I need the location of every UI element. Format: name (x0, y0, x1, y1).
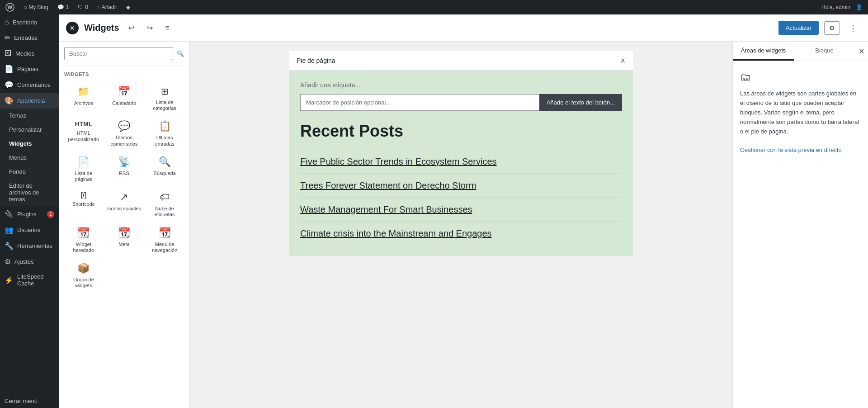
widget-rss[interactable]: 📡 RSS (105, 152, 144, 186)
calendario-icon: 📅 (118, 86, 130, 98)
meta-label: Meta (118, 242, 129, 247)
sidebar-item-herramientas[interactable]: 🔧 Herramientas (0, 238, 59, 254)
pages-icon: 📄 (5, 65, 14, 73)
settings-button[interactable]: ⚙ (824, 21, 840, 35)
archivos-icon: 📁 (77, 86, 90, 98)
lista-categorias-label: Lista de categorías (147, 100, 182, 111)
sidebar-item-widgets[interactable]: Widgets (0, 137, 59, 151)
menu-navegacion-label: Menú de navegación (147, 242, 182, 253)
widget-meta[interactable]: 📆 Meta (105, 223, 144, 257)
sidebar-item-comentarios[interactable]: 💬 Comentarios (0, 77, 59, 93)
diamond-topbar[interactable]: ◆ (124, 0, 132, 14)
busqueda-label: Búsqueda (153, 171, 176, 176)
sidebar-item-apariencia[interactable]: 🎨 Apariencia (0, 93, 59, 109)
litespeed-icon: ⚡ (5, 276, 14, 285)
tab-block[interactable]: Bloque (794, 42, 855, 61)
footer-widget-area: Pie de página ∧ Añadir una etiqueta... M… (289, 51, 633, 256)
post-link-3[interactable]: Waste Management For Smart Businesses (300, 198, 622, 222)
settings-gear-icon: ⚙ (829, 24, 835, 32)
widget-heredado[interactable]: 📆 Widget heredado (64, 223, 103, 257)
tab-areas-widgets[interactable]: Áreas de widgets (733, 42, 794, 61)
sidebar-item-close-menu[interactable]: Cerrar menú (0, 394, 59, 408)
sidebar-label-temas: Temas (9, 112, 26, 119)
comments-topbar[interactable]: 💬 1 (56, 0, 71, 14)
search-icon[interactable]: 🔍 (177, 50, 184, 57)
recent-posts-title: Recent Posts (300, 122, 622, 141)
comments-count-topbar[interactable]: 🗨 0 (76, 0, 90, 14)
footer-area-label: Pie de página (297, 57, 335, 64)
update-button[interactable]: Actualizar (778, 21, 819, 35)
sidebar-label-menus: Menús (9, 154, 27, 161)
widget-lista-paginas[interactable]: 📄 Lista de páginas (64, 152, 103, 186)
post-link-1[interactable]: Five Public Sector Trends in Ecosystem S… (300, 150, 622, 174)
widget-ultimas-entradas[interactable]: 📋 Últimas entradas (145, 117, 184, 150)
list-view-button[interactable]: ≡ (162, 22, 173, 34)
sidebar-item-escritorio[interactable]: ⌂ Escritorio (0, 14, 59, 30)
widget-busqueda[interactable]: 🔍 Búsqueda (145, 152, 184, 186)
sidebar-item-fondo[interactable]: Fondo (0, 165, 59, 179)
archivos-label: Archivos (74, 100, 93, 106)
widget-iconos-sociales[interactable]: ↗ Iconos sociales (105, 188, 144, 221)
add-label-area[interactable]: Añadir una etiqueta... (300, 81, 622, 89)
widget-grupo-widgets[interactable]: 📦 Grupo de widgets (64, 259, 103, 292)
sidebar-item-menus[interactable]: Menús (0, 151, 59, 165)
rss-icon: 📡 (118, 156, 130, 168)
sidebar-item-personalizar[interactable]: Personalizar (0, 123, 59, 137)
sidebar-item-ajustes[interactable]: ⚙ Ajustes (0, 254, 59, 270)
more-options-button[interactable]: ⋮ (845, 21, 861, 35)
widget-list: WIDGETS 📁 Archivos 📅 Calendario ⊞ (59, 66, 189, 408)
widget-menu-navegacion[interactable]: 📆 Menú de navegación (145, 223, 184, 257)
redo-icon: ↪ (147, 24, 153, 32)
post-link-2[interactable]: Trees Forever Statement on Derecho Storm (300, 174, 622, 198)
sidebar-item-litespeed[interactable]: ⚡ LiteSpeed Cache (0, 270, 59, 290)
widget-archivos[interactable]: 📁 Archivos (64, 82, 103, 115)
media-icon: 🖼 (5, 49, 12, 57)
widget-ultimos-comentarios[interactable]: 💬 Últimos comentarios (105, 117, 144, 150)
appearance-icon: 🎨 (5, 96, 14, 105)
wp-logo[interactable]: W (4, 0, 16, 14)
list-icon: ≡ (165, 24, 170, 32)
widget-nube-etiquetas[interactable]: 🏷 Nube de etiquetas (145, 188, 184, 221)
search-input[interactable] (64, 47, 173, 60)
search-input-placeholder[interactable]: Marcador de posición opcional... (300, 94, 539, 111)
sidebar-label-fondo: Fondo (9, 168, 26, 175)
widget-shortcode[interactable]: [/] Shortcode (64, 188, 103, 221)
widget-lista-categorias[interactable]: ⊞ Lista de categorías (145, 82, 184, 115)
ultimos-comentarios-label: Últimos comentarios (107, 135, 142, 147)
tools-icon: 🔧 (5, 242, 14, 250)
add-new-topbar[interactable]: + Añadir (95, 0, 119, 14)
avatar-topbar[interactable]: 👤 (854, 0, 864, 14)
widget-search-bar: 🔍 (59, 42, 189, 66)
widget-calendario[interactable]: 📅 Calendario (105, 82, 144, 115)
manage-live-preview-link[interactable]: Gestionar con la vista previa en directo (740, 147, 842, 153)
sidebar-item-entradas[interactable]: ✏ Entradas (0, 30, 59, 46)
sidebar-item-usuarios[interactable]: 👥 Usuarios (0, 222, 59, 238)
nube-etiquetas-label: Nube de etiquetas (147, 206, 182, 218)
hola-label: Hola, admin (821, 4, 850, 10)
post-link-4[interactable]: Climate crisis into the Mainstream and E… (300, 222, 622, 245)
sidebar-item-editor-archivos[interactable]: Editor de archivos de temas (0, 179, 59, 206)
sidebar-label-entradas: Entradas (14, 34, 38, 41)
sidebar-item-medios[interactable]: 🖼 Medios (0, 46, 59, 61)
right-panel-content: 🗂 Las áreas de widgets son partes global… (733, 61, 868, 162)
right-panel-close-button[interactable]: ✕ (855, 43, 868, 59)
svg-text:W: W (8, 5, 13, 10)
lista-categorias-icon: ⊞ (161, 86, 169, 97)
undo-button[interactable]: ↩ (125, 22, 138, 34)
sidebar-item-plugins[interactable]: 🔌 Plugins 1 (0, 206, 59, 222)
meta-icon: 📆 (118, 227, 130, 239)
site-name[interactable]: ⌂ My Blog (22, 0, 50, 14)
search-button-area[interactable]: Añade el texto del botón... (539, 94, 622, 111)
chevron-up-icon[interactable]: ∧ (620, 56, 626, 65)
sidebar-item-paginas[interactable]: 📄 Páginas (0, 61, 59, 77)
widget-html-personalizado[interactable]: HTML HTML personalizado (64, 117, 103, 150)
sidebar-label-medios: Medios (15, 50, 34, 57)
sidebar-label-escritorio: Escritorio (13, 19, 37, 26)
sidebar-item-temas[interactable]: Temas (0, 109, 59, 123)
page-title: Widgets (84, 23, 119, 33)
iconos-sociales-label: Iconos sociales (107, 206, 141, 212)
redo-button[interactable]: ↪ (143, 22, 156, 34)
canvas-area: Pie de página ∧ Añadir una etiqueta... M… (190, 42, 732, 408)
close-button[interactable]: ✕ (66, 22, 79, 34)
undo-icon: ↩ (128, 24, 134, 32)
